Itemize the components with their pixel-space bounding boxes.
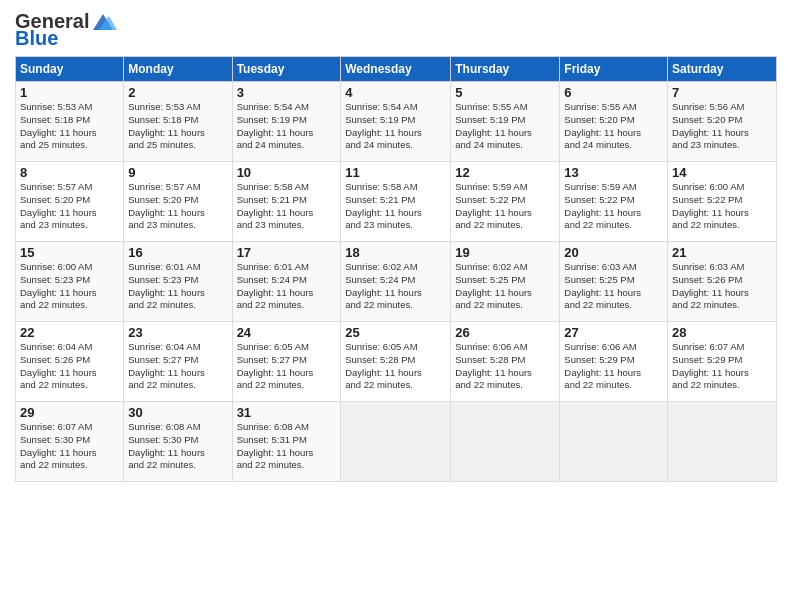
table-row: 18 Sunrise: 6:02 AMSunset: 5:24 PMDaylig… xyxy=(341,242,451,322)
table-row: 26 Sunrise: 6:06 AMSunset: 5:28 PMDaylig… xyxy=(451,322,560,402)
col-header-thursday: Thursday xyxy=(451,57,560,82)
day-info: Sunrise: 6:04 AMSunset: 5:27 PMDaylight:… xyxy=(128,341,205,390)
day-info: Sunrise: 6:05 AMSunset: 5:28 PMDaylight:… xyxy=(345,341,422,390)
col-header-saturday: Saturday xyxy=(668,57,777,82)
day-info: Sunrise: 5:55 AMSunset: 5:19 PMDaylight:… xyxy=(455,101,532,150)
day-info: Sunrise: 5:55 AMSunset: 5:20 PMDaylight:… xyxy=(564,101,641,150)
day-info: Sunrise: 6:03 AMSunset: 5:26 PMDaylight:… xyxy=(672,261,749,310)
day-number: 24 xyxy=(237,325,337,340)
day-info: Sunrise: 5:57 AMSunset: 5:20 PMDaylight:… xyxy=(128,181,205,230)
table-row: 9 Sunrise: 5:57 AMSunset: 5:20 PMDayligh… xyxy=(124,162,232,242)
day-info: Sunrise: 6:02 AMSunset: 5:25 PMDaylight:… xyxy=(455,261,532,310)
logo-blue: Blue xyxy=(15,27,58,50)
table-row: 14 Sunrise: 6:00 AMSunset: 5:22 PMDaylig… xyxy=(668,162,777,242)
day-number: 31 xyxy=(237,405,337,420)
table-row: 16 Sunrise: 6:01 AMSunset: 5:23 PMDaylig… xyxy=(124,242,232,322)
day-number: 30 xyxy=(128,405,227,420)
col-header-tuesday: Tuesday xyxy=(232,57,341,82)
day-info: Sunrise: 5:54 AMSunset: 5:19 PMDaylight:… xyxy=(345,101,422,150)
day-info: Sunrise: 6:07 AMSunset: 5:29 PMDaylight:… xyxy=(672,341,749,390)
table-row xyxy=(560,402,668,482)
day-number: 15 xyxy=(20,245,119,260)
day-number: 16 xyxy=(128,245,227,260)
day-number: 21 xyxy=(672,245,772,260)
day-number: 12 xyxy=(455,165,555,180)
day-info: Sunrise: 5:57 AMSunset: 5:20 PMDaylight:… xyxy=(20,181,97,230)
day-number: 10 xyxy=(237,165,337,180)
logo: General Blue xyxy=(15,10,117,50)
day-info: Sunrise: 6:07 AMSunset: 5:30 PMDaylight:… xyxy=(20,421,97,470)
day-number: 7 xyxy=(672,85,772,100)
day-number: 20 xyxy=(564,245,663,260)
table-row: 21 Sunrise: 6:03 AMSunset: 5:26 PMDaylig… xyxy=(668,242,777,322)
day-info: Sunrise: 6:03 AMSunset: 5:25 PMDaylight:… xyxy=(564,261,641,310)
day-number: 14 xyxy=(672,165,772,180)
table-row: 19 Sunrise: 6:02 AMSunset: 5:25 PMDaylig… xyxy=(451,242,560,322)
table-row: 30 Sunrise: 6:08 AMSunset: 5:30 PMDaylig… xyxy=(124,402,232,482)
day-number: 18 xyxy=(345,245,446,260)
table-row: 4 Sunrise: 5:54 AMSunset: 5:19 PMDayligh… xyxy=(341,82,451,162)
table-row: 28 Sunrise: 6:07 AMSunset: 5:29 PMDaylig… xyxy=(668,322,777,402)
day-number: 25 xyxy=(345,325,446,340)
day-number: 9 xyxy=(128,165,227,180)
table-row: 11 Sunrise: 5:58 AMSunset: 5:21 PMDaylig… xyxy=(341,162,451,242)
table-row: 7 Sunrise: 5:56 AMSunset: 5:20 PMDayligh… xyxy=(668,82,777,162)
day-number: 17 xyxy=(237,245,337,260)
day-info: Sunrise: 6:01 AMSunset: 5:24 PMDaylight:… xyxy=(237,261,314,310)
day-info: Sunrise: 6:06 AMSunset: 5:29 PMDaylight:… xyxy=(564,341,641,390)
table-row: 10 Sunrise: 5:58 AMSunset: 5:21 PMDaylig… xyxy=(232,162,341,242)
table-row: 1 Sunrise: 5:53 AMSunset: 5:18 PMDayligh… xyxy=(16,82,124,162)
day-info: Sunrise: 5:59 AMSunset: 5:22 PMDaylight:… xyxy=(455,181,532,230)
day-info: Sunrise: 5:54 AMSunset: 5:19 PMDaylight:… xyxy=(237,101,314,150)
header: General Blue xyxy=(15,10,777,50)
page-container: General Blue SundayMondayTuesdayWednesda… xyxy=(0,0,792,492)
day-number: 29 xyxy=(20,405,119,420)
day-info: Sunrise: 5:53 AMSunset: 5:18 PMDaylight:… xyxy=(20,101,97,150)
day-info: Sunrise: 6:01 AMSunset: 5:23 PMDaylight:… xyxy=(128,261,205,310)
day-number: 28 xyxy=(672,325,772,340)
day-info: Sunrise: 6:08 AMSunset: 5:30 PMDaylight:… xyxy=(128,421,205,470)
day-number: 6 xyxy=(564,85,663,100)
table-row: 13 Sunrise: 5:59 AMSunset: 5:22 PMDaylig… xyxy=(560,162,668,242)
day-number: 2 xyxy=(128,85,227,100)
table-row xyxy=(451,402,560,482)
day-number: 5 xyxy=(455,85,555,100)
day-info: Sunrise: 5:59 AMSunset: 5:22 PMDaylight:… xyxy=(564,181,641,230)
table-row: 25 Sunrise: 6:05 AMSunset: 5:28 PMDaylig… xyxy=(341,322,451,402)
logo-icon xyxy=(89,12,117,32)
day-info: Sunrise: 6:02 AMSunset: 5:24 PMDaylight:… xyxy=(345,261,422,310)
day-info: Sunrise: 6:06 AMSunset: 5:28 PMDaylight:… xyxy=(455,341,532,390)
table-row: 27 Sunrise: 6:06 AMSunset: 5:29 PMDaylig… xyxy=(560,322,668,402)
day-info: Sunrise: 6:00 AMSunset: 5:23 PMDaylight:… xyxy=(20,261,97,310)
day-info: Sunrise: 5:58 AMSunset: 5:21 PMDaylight:… xyxy=(345,181,422,230)
table-row: 24 Sunrise: 6:05 AMSunset: 5:27 PMDaylig… xyxy=(232,322,341,402)
table-row: 6 Sunrise: 5:55 AMSunset: 5:20 PMDayligh… xyxy=(560,82,668,162)
day-info: Sunrise: 5:56 AMSunset: 5:20 PMDaylight:… xyxy=(672,101,749,150)
col-header-monday: Monday xyxy=(124,57,232,82)
day-number: 13 xyxy=(564,165,663,180)
day-number: 11 xyxy=(345,165,446,180)
table-row xyxy=(668,402,777,482)
table-row: 20 Sunrise: 6:03 AMSunset: 5:25 PMDaylig… xyxy=(560,242,668,322)
day-number: 27 xyxy=(564,325,663,340)
table-row: 12 Sunrise: 5:59 AMSunset: 5:22 PMDaylig… xyxy=(451,162,560,242)
calendar-table: SundayMondayTuesdayWednesdayThursdayFrid… xyxy=(15,56,777,482)
day-number: 4 xyxy=(345,85,446,100)
table-row: 2 Sunrise: 5:53 AMSunset: 5:18 PMDayligh… xyxy=(124,82,232,162)
day-number: 22 xyxy=(20,325,119,340)
table-row xyxy=(341,402,451,482)
day-number: 8 xyxy=(20,165,119,180)
col-header-friday: Friday xyxy=(560,57,668,82)
day-number: 23 xyxy=(128,325,227,340)
col-header-sunday: Sunday xyxy=(16,57,124,82)
table-row: 3 Sunrise: 5:54 AMSunset: 5:19 PMDayligh… xyxy=(232,82,341,162)
day-info: Sunrise: 5:53 AMSunset: 5:18 PMDaylight:… xyxy=(128,101,205,150)
table-row: 31 Sunrise: 6:08 AMSunset: 5:31 PMDaylig… xyxy=(232,402,341,482)
col-header-wednesday: Wednesday xyxy=(341,57,451,82)
day-info: Sunrise: 6:05 AMSunset: 5:27 PMDaylight:… xyxy=(237,341,314,390)
day-info: Sunrise: 5:58 AMSunset: 5:21 PMDaylight:… xyxy=(237,181,314,230)
day-number: 3 xyxy=(237,85,337,100)
table-row: 29 Sunrise: 6:07 AMSunset: 5:30 PMDaylig… xyxy=(16,402,124,482)
day-number: 19 xyxy=(455,245,555,260)
table-row: 15 Sunrise: 6:00 AMSunset: 5:23 PMDaylig… xyxy=(16,242,124,322)
